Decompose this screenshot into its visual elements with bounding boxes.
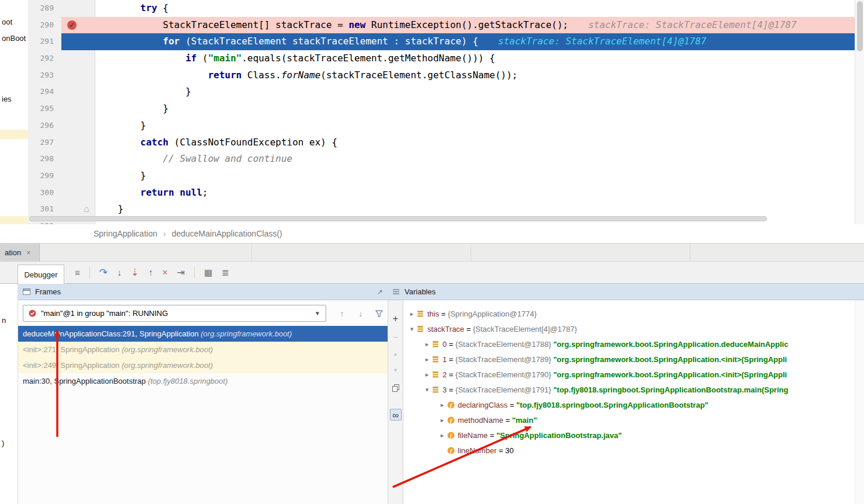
variable-value: {StackTraceElement[4]@1787} <box>473 325 577 333</box>
gutter-icon-cell[interactable]: ⌂ <box>61 201 95 218</box>
frames-title: Frames <box>35 287 61 296</box>
breadcrumb-class[interactable]: SpringApplication <box>94 229 157 238</box>
variable-row-this[interactable]: ▸this = {SpringApplication@1774} <box>403 306 855 321</box>
partial-editor-tab[interactable]: ation × <box>0 244 40 262</box>
next-frame-button[interactable]: ↓ <box>354 305 367 322</box>
chevron-collapsed-icon[interactable]: ▸ <box>422 356 432 363</box>
gutter-icon-cell[interactable] <box>61 67 95 84</box>
frames-icon <box>23 289 30 295</box>
gutter-icon-cell[interactable] <box>61 33 95 50</box>
step-into-icon[interactable]: ↓ <box>117 268 122 277</box>
variable-name: this <box>427 310 439 318</box>
field-icon: f <box>447 401 458 409</box>
code-text[interactable]: catch (ClassNotFoundException ex) { <box>95 134 855 151</box>
code-text[interactable]: } <box>95 100 855 117</box>
drop-frame-icon[interactable]: × <box>162 268 167 277</box>
line-number[interactable]: 295 <box>28 100 61 117</box>
gutter-icon-cell[interactable] <box>61 117 95 134</box>
variable-row-3[interactable]: ▾3 = {StackTraceElement@1791} "top.fjy80… <box>403 382 855 397</box>
scrollbar-thumb[interactable] <box>857 1 863 51</box>
variable-row-2[interactable]: ▸2 = {StackTraceElement@1790} "org.sprin… <box>403 367 855 382</box>
variable-value: {StackTraceElement@1791} <box>455 385 553 394</box>
run-to-cursor-icon[interactable]: ⇥ <box>177 268 185 277</box>
line-number[interactable]: 289 <box>28 0 61 17</box>
line-number[interactable]: 297 <box>28 134 61 151</box>
close-icon[interactable]: × <box>26 249 30 257</box>
line-number[interactable]: 292 <box>28 50 61 67</box>
gutter-icon-cell[interactable] <box>61 151 95 168</box>
gutter-icon-cell[interactable] <box>61 100 95 117</box>
gutter-icon-cell[interactable] <box>61 168 95 185</box>
chevron-collapsed-icon[interactable]: ▸ <box>437 416 447 424</box>
line-number[interactable]: 290 <box>28 17 61 34</box>
vertical-scrollbar[interactable] <box>855 0 864 224</box>
tab-debugger[interactable]: Debugger <box>18 265 64 284</box>
gutter-icon-cell[interactable] <box>61 84 95 100</box>
chevron-expanded-icon[interactable]: ▾ <box>422 386 432 394</box>
threads-view-icon[interactable]: ≡ <box>75 268 80 277</box>
variable-row-lineNumber[interactable]: flineNumber = 30 <box>403 443 855 458</box>
thread-selector[interactable]: "main"@1 in group "main": RUNNING ▼ <box>23 305 326 322</box>
code-text[interactable]: try { <box>95 0 855 17</box>
code-text[interactable]: StackTraceElement[] stackTrace = new Run… <box>95 17 855 34</box>
gutter-icon-cell[interactable] <box>61 17 95 34</box>
code-text[interactable]: } <box>95 168 855 185</box>
code-text[interactable]: } <box>95 84 855 100</box>
breadcrumb: SpringApplication › deduceMainApplicatio… <box>0 224 864 244</box>
frame-row-2[interactable]: <init>:249, SpringApplication (org.sprin… <box>18 357 388 373</box>
frame-row-3[interactable]: main:30, SpringApplicationBootstrap (top… <box>18 373 388 389</box>
code-text[interactable]: if ("main".equals(stackTraceElement.getM… <box>95 50 855 67</box>
view-breakpoints-icon[interactable]: ▦ <box>204 268 212 277</box>
tab-separator <box>471 244 471 262</box>
code-text[interactable]: return null; <box>95 185 855 201</box>
chevron-collapsed-icon[interactable]: ▸ <box>437 432 447 439</box>
filter-frames-button[interactable] <box>372 305 385 322</box>
step-over-icon[interactable]: ↷ <box>99 267 108 277</box>
line-number[interactable]: 301 <box>28 201 61 218</box>
horizontal-scrollbar[interactable] <box>29 216 767 221</box>
variable-row-0[interactable]: ▸0 = {StackTraceElement@1788} "org.sprin… <box>403 336 855 352</box>
line-number[interactable]: 298 <box>28 151 61 168</box>
chevron-expanded-icon[interactable]: ▾ <box>407 325 417 333</box>
code-text[interactable]: return Class.forName(stackTraceElement.g… <box>95 67 855 84</box>
line-number[interactable]: 300 <box>28 185 61 201</box>
breadcrumb-method[interactable]: deduceMainApplicationClass() <box>172 229 282 238</box>
variable-row-stackTrace[interactable]: ▾stackTrace = {StackTraceElement[4]@1787… <box>403 321 855 336</box>
variables-scrollbar[interactable] <box>855 300 864 504</box>
variable-row-methodName[interactable]: ▸fmethodName = "main" <box>403 412 855 427</box>
previous-frame-button[interactable]: ↑ <box>336 305 348 322</box>
float-window-icon[interactable]: ↗ <box>377 288 383 296</box>
gutter-icon-cell[interactable] <box>61 0 95 17</box>
chevron-collapsed-icon[interactable]: ▸ <box>437 401 447 409</box>
chevron-collapsed-icon[interactable]: ▸ <box>422 340 432 348</box>
chevron-collapsed-icon[interactable]: ▸ <box>422 371 432 378</box>
gutter-icon-cell[interactable] <box>61 185 95 201</box>
line-number[interactable]: 294 <box>28 84 61 100</box>
variable-row-1[interactable]: ▸1 = {StackTraceElement@1789} "org.sprin… <box>403 352 855 367</box>
code-token: catch <box>140 137 168 148</box>
code-text[interactable]: for (StackTraceElement stackTraceElement… <box>95 33 855 50</box>
layout-settings-icon[interactable]: ≣ <box>222 268 229 277</box>
force-step-into-icon[interactable]: ⇣ <box>131 268 139 277</box>
code-token <box>95 53 185 64</box>
code-text[interactable]: } <box>95 201 855 218</box>
step-out-icon[interactable]: ↑ <box>148 268 153 277</box>
code-editor[interactable]: 289 try {290 StackTraceElement[] stackTr… <box>0 0 864 224</box>
frame-row-0[interactable]: deduceMainApplicationClass:291, SpringAp… <box>18 326 388 342</box>
code-line-296: 296 } <box>28 117 855 134</box>
code-text[interactable]: } <box>95 117 855 134</box>
chevron-collapsed-icon[interactable]: ▸ <box>407 310 417 318</box>
line-number[interactable]: 299 <box>28 168 61 185</box>
variable-row-fileName[interactable]: ▸ffileName = "SpringApplicationBootstrap… <box>403 427 855 443</box>
line-number[interactable]: 293 <box>28 67 61 84</box>
chevron-down-icon[interactable]: ▼ <box>315 310 320 317</box>
code-token: // Swallow and continue <box>163 153 293 164</box>
frame-row-1[interactable]: <init>:271, SpringApplication (org.sprin… <box>18 342 388 357</box>
gutter-icon-cell[interactable] <box>61 50 95 67</box>
breakpoint-icon[interactable] <box>67 20 77 30</box>
code-text[interactable]: // Swallow and continue <box>95 151 855 168</box>
line-number[interactable]: 291 <box>28 33 61 50</box>
gutter-icon-cell[interactable] <box>61 134 95 151</box>
line-number[interactable]: 296 <box>28 117 61 134</box>
variable-row-declaringClass[interactable]: ▸fdeclaringClass = "top.fjy8018.springbo… <box>403 397 855 412</box>
